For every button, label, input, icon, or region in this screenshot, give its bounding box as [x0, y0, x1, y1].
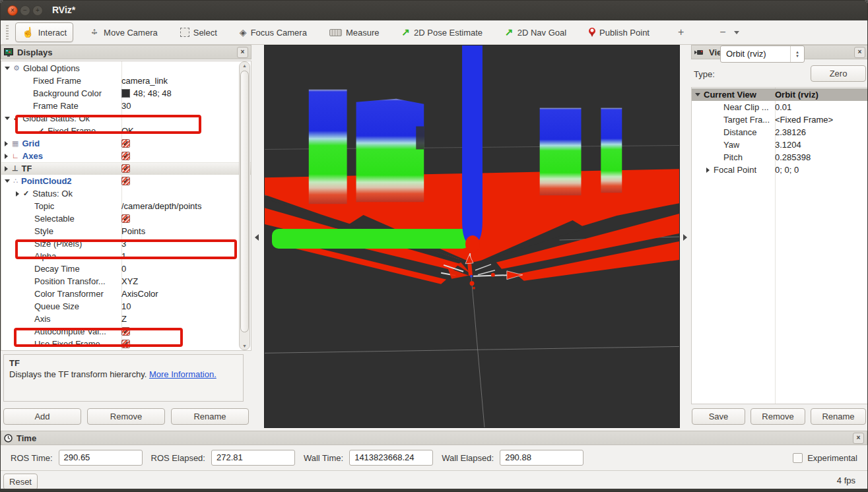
time-field-input-wall-time[interactable]: 1413823668.24	[349, 450, 433, 466]
row-value-cell[interactable]: /camera/depth/points	[121, 200, 201, 212]
tree-row-use-fixed-frame[interactable]: Use Fixed Frame✓	[1, 338, 251, 350]
experimental-checkbox[interactable]	[793, 453, 803, 463]
row-value-cell[interactable]: ✓	[121, 338, 130, 350]
row-value-cell[interactable]: ✓	[121, 325, 130, 338]
time-field-input-ros-elapsed[interactable]: 272.81	[211, 450, 295, 466]
titlebar[interactable]: × − + RViz*	[1, 1, 867, 20]
tool-move-camera[interactable]: ↔↕Move Camera	[83, 23, 164, 42]
row-value-cell[interactable]: ✓	[121, 162, 130, 175]
expander-open-icon[interactable]	[5, 117, 10, 120]
tree-row-status-ok[interactable]: ✓Status: Ok	[1, 187, 251, 200]
tree-row-pointcloud2[interactable]: ∴PointCloud2✓	[1, 175, 251, 187]
row-value-cell[interactable]: 3.1204	[775, 138, 801, 151]
tree-row-alpha[interactable]: Alpha1	[1, 250, 251, 262]
row-value-cell[interactable]: 0.285398	[775, 151, 811, 164]
views-close-icon[interactable]: ×	[854, 47, 865, 58]
row-value-cell[interactable]: ✓	[121, 150, 130, 162]
add-button[interactable]: Add	[3, 408, 81, 425]
left-splitter[interactable]	[251, 45, 264, 431]
reset-button[interactable]: Reset	[3, 474, 38, 490]
displays-scrollbar[interactable]: ▲ ▼	[239, 61, 250, 350]
tree-row-pitch[interactable]: Pitch0.285398	[692, 151, 868, 164]
tree-row-focal-point[interactable]: Focal Point0; 0; 0	[692, 164, 868, 176]
tool-select[interactable]: Select	[174, 24, 224, 42]
enabled-checkbox[interactable]: ✓	[121, 139, 130, 148]
expander-closed-icon[interactable]	[5, 154, 8, 159]
row-value-cell[interactable]: XYZ	[121, 275, 138, 288]
more-information-link[interactable]: More Information.	[149, 369, 217, 379]
expander-closed-icon[interactable]	[16, 191, 19, 197]
time-panel-header[interactable]: Time ×	[1, 431, 867, 445]
time-field-input-ros-time[interactable]: 290.65	[59, 450, 143, 466]
row-value-cell[interactable]: camera_link	[121, 75, 168, 87]
views-rename-button[interactable]: Rename	[811, 408, 866, 425]
tool-interact[interactable]: ☝Interact	[15, 22, 73, 42]
tree-row-distance[interactable]: Distance2.38126	[692, 126, 868, 138]
row-value-cell[interactable]: OK	[121, 125, 134, 137]
row-value-cell[interactable]: <Fixed Frame>	[775, 113, 833, 126]
expander-closed-icon[interactable]	[5, 141, 8, 146]
row-value-cell[interactable]: ✓	[121, 175, 130, 187]
tree-row-topic[interactable]: Topic/camera/depth/points	[1, 200, 251, 212]
row-value-cell[interactable]: 0	[121, 262, 126, 275]
row-value-cell[interactable]: ✓	[121, 212, 130, 225]
row-value-cell[interactable]: 2.38126	[775, 126, 806, 138]
tree-row-yaw[interactable]: Yaw3.1204	[692, 138, 868, 151]
row-value-cell[interactable]: 10	[121, 300, 131, 313]
enabled-checkbox[interactable]: ✓	[121, 327, 130, 336]
expander-open-icon[interactable]	[695, 93, 700, 96]
zero-button[interactable]: Zero	[811, 65, 866, 82]
scroll-down-icon[interactable]: ▼	[240, 344, 250, 348]
tree-row-tf[interactable]: ⊥TF✓	[1, 162, 251, 175]
tree-row-color-transformer[interactable]: Color TransformerAxisColor	[1, 288, 251, 300]
time-close-icon[interactable]: ×	[853, 433, 864, 444]
rename-button[interactable]: Rename	[171, 408, 249, 425]
expander-closed-icon[interactable]	[5, 166, 8, 171]
row-value-cell[interactable]: 0; 0; 0	[775, 164, 799, 176]
collapse-left-icon[interactable]	[255, 234, 259, 241]
enabled-checkbox[interactable]: ✓	[121, 340, 130, 348]
save-button[interactable]: Save	[692, 408, 745, 425]
collapse-right-icon[interactable]	[683, 234, 687, 241]
tree-row-decay-time[interactable]: Decay Time0	[1, 262, 251, 275]
tree-row-global-status-ok[interactable]: ✓Global Status: Ok	[1, 112, 251, 125]
enabled-checkbox[interactable]: ✓	[121, 152, 130, 160]
toolbar-drag-handle[interactable]	[6, 25, 9, 40]
enabled-checkbox[interactable]: ✓	[121, 214, 130, 223]
3d-viewport[interactable]	[264, 45, 680, 428]
tool-2d-nav-goal[interactable]: ↗2D Nav Goal	[498, 22, 573, 42]
add-tool-button[interactable]: +	[672, 24, 690, 40]
expander-open-icon[interactable]	[5, 179, 10, 183]
tree-row-fixed-frame[interactable]: Fixed Framecamera_link	[1, 75, 251, 87]
remove-button[interactable]: Remove	[87, 408, 165, 425]
spinner-icons[interactable]: ▴ ▾	[790, 46, 804, 62]
right-splitter[interactable]	[680, 45, 691, 431]
time-field-input-wall-elapsed[interactable]: 290.88	[500, 450, 584, 466]
displays-panel-header[interactable]: Displays ×	[1, 45, 251, 59]
tree-row-axis[interactable]: AxisZ	[1, 313, 251, 325]
tree-row-position-transfor[interactable]: Position Transfor...XYZ	[1, 275, 251, 288]
tree-row-current-view[interactable]: Current ViewOrbit (rviz)	[692, 88, 868, 101]
row-value-cell[interactable]: ✓	[121, 137, 130, 150]
tree-row-selectable[interactable]: Selectable✓	[1, 212, 251, 225]
tree-row-size-pixels[interactable]: Size (Pixels)3	[1, 237, 251, 250]
remove-tool-button[interactable]: −	[716, 24, 742, 40]
enabled-checkbox[interactable]: ✓	[121, 164, 130, 173]
scrollbar-thumb[interactable]	[240, 71, 249, 332]
row-value-cell[interactable]: Orbit (rviz)	[775, 88, 818, 101]
row-value-cell[interactable]: Points	[121, 225, 145, 237]
tool-publish-point[interactable]: Publish Point	[582, 24, 656, 42]
window-maximize-button[interactable]: +	[32, 5, 43, 16]
enabled-checkbox[interactable]: ✓	[121, 177, 130, 185]
tree-row-global-options[interactable]: ⚙Global Options	[1, 62, 251, 75]
spin-down-icon[interactable]: ▾	[796, 54, 799, 58]
row-value-cell[interactable]: 48; 48; 48	[121, 87, 172, 100]
window-minimize-button[interactable]: −	[20, 5, 30, 16]
row-value-cell[interactable]: 0.01	[775, 101, 791, 113]
tool-focus-camera[interactable]: ◈Focus Camera	[233, 23, 314, 42]
expander-closed-icon[interactable]	[706, 168, 710, 173]
view-type-select[interactable]: Orbit (rviz) ▴ ▾	[720, 46, 805, 63]
views-remove-button[interactable]: Remove	[751, 408, 805, 425]
row-value-cell[interactable]: 1	[121, 250, 126, 262]
tree-row-fixed-frame[interactable]: ✓Fixed FrameOK	[1, 125, 251, 137]
